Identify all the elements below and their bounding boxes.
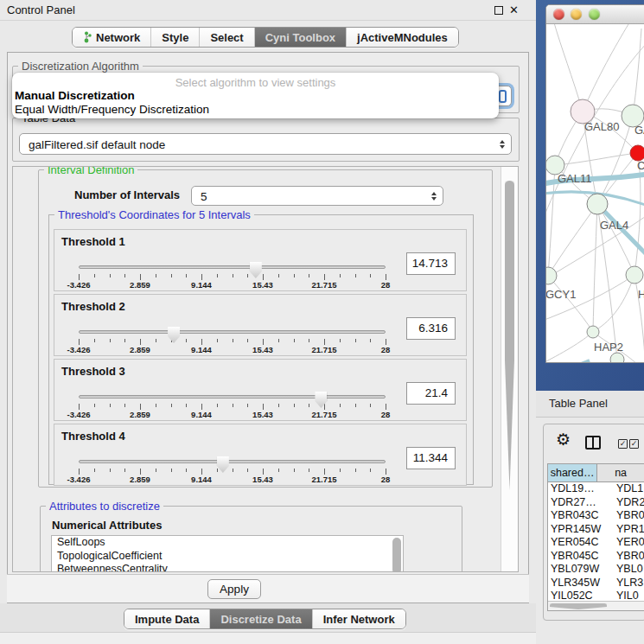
table-cell[interactable]: YDL1 (612, 482, 643, 496)
slider-track[interactable] (79, 460, 386, 463)
table-row[interactable]: YBL079WYBL0 (548, 563, 644, 577)
network-edge[interactable] (633, 29, 641, 116)
columns-icon[interactable] (585, 436, 601, 450)
scrollbar-thumb[interactable] (550, 603, 607, 609)
table-cell[interactable]: YIL052C (548, 590, 612, 601)
table-cell[interactable]: YDR27… (548, 496, 612, 510)
list-item[interactable]: BetweennessCentrality (52, 563, 403, 572)
node-label: GAL80 (584, 120, 619, 133)
slider-tick-labels: -3.4262.8599.14415.4321.71528 (79, 475, 386, 484)
control-panel-titlebar: Control Panel ✕ (0, 0, 536, 21)
dropdown-option-equal-width[interactable]: Equal Width/Frequency Discretization (15, 103, 209, 116)
table-cell[interactable]: YDR2 (612, 496, 644, 510)
table-panel-title: Table Panel (549, 397, 608, 410)
list-item[interactable]: SelfLoops (52, 536, 403, 550)
table-row[interactable]: YDR27…YDR2 (548, 496, 644, 510)
network-node[interactable] (610, 353, 624, 363)
float-icon[interactable] (494, 6, 503, 15)
network-edge[interactable] (548, 204, 597, 276)
table-cell[interactable]: YLR3 (612, 577, 643, 590)
zoom-traffic-light-icon[interactable] (589, 9, 600, 20)
network-edge[interactable] (548, 276, 593, 332)
network-node[interactable] (546, 267, 557, 284)
slider-track[interactable] (79, 395, 386, 399)
table-cell[interactable]: YBR0 (612, 550, 644, 564)
table-cell[interactable]: YBL079W (548, 563, 612, 577)
threshold-value-field[interactable]: 21.4 (406, 382, 456, 405)
slider-track[interactable] (79, 265, 386, 269)
panel-vertical-scrollbar[interactable] (501, 167, 518, 571)
table-row[interactable]: YER054CYER0 (548, 536, 644, 550)
number-of-intervals-combobox[interactable]: 5 (191, 186, 443, 206)
select-all-checkbox-icon[interactable]: ✓ (629, 439, 639, 449)
slider-tick-labels: -3.4262.8599.14415.4321.71528 (79, 345, 386, 354)
numerical-attributes-list[interactable]: SelfLoopsTopologicalCoefficientBetweenne… (51, 535, 404, 572)
tab-cyni-toolbox[interactable]: Cyni Toolbox (254, 28, 346, 47)
network-window-titlebar (546, 5, 644, 24)
number-of-intervals-label: Number of Intervals (74, 188, 180, 201)
network-node[interactable] (626, 266, 643, 284)
scrollbar-thumb[interactable] (505, 181, 514, 490)
algorithm-dropdown-popup: Select algorithm to view settings Manual… (12, 73, 499, 118)
threshold-value-field[interactable]: 6.316 (406, 317, 456, 340)
close-icon[interactable]: ✕ (509, 3, 519, 16)
table-cell[interactable]: YBR045C (548, 550, 612, 564)
tab-select[interactable]: Select (199, 28, 253, 47)
network-view-window[interactable]: GAL80GACGAL11GAL4GCY1HHAP2 (545, 4, 644, 363)
column-header-shared[interactable]: shared… (548, 464, 597, 481)
table-cell[interactable]: YBR0 (612, 509, 644, 523)
table-cell[interactable]: YBL0 (612, 563, 643, 577)
network-node[interactable] (587, 326, 599, 338)
network-edge[interactable] (555, 153, 638, 165)
cytoscape-desktop: GAL80GACGAL11GAL4GCY1HHAP2 (536, 0, 644, 391)
table-cell[interactable]: YLR345W (548, 577, 612, 590)
table-row[interactable]: YDL19…YDL1 (548, 482, 644, 496)
network-edge[interactable] (553, 24, 583, 112)
table-row[interactable]: YIL052CYIL0 (548, 590, 644, 601)
list-scrollbar-thumb[interactable] (392, 538, 401, 572)
tab-discretize-data[interactable]: Discretize Data (209, 609, 311, 628)
dropdown-option-manual[interactable]: Manual Discretization (15, 89, 135, 102)
table-row[interactable]: YLR345WYLR3 (548, 577, 644, 590)
table-data-combobox[interactable]: galFiltered.sif default node (19, 133, 512, 155)
settings-gear-icon[interactable]: ⚙ (556, 431, 571, 448)
table-cell[interactable]: YDL19… (548, 482, 612, 496)
table-cell[interactable]: YBR043C (548, 509, 612, 523)
screen: Control Panel ✕ Network Style Select Cyn… (0, 0, 644, 644)
table-row[interactable]: YPR145WYPR1 (548, 523, 644, 537)
network-canvas[interactable]: GAL80GACGAL11GAL4GCY1HHAP2 (546, 24, 644, 363)
table-row[interactable]: YBR043CYBR0 (548, 509, 644, 523)
tab-impute-data[interactable]: Impute Data (124, 609, 209, 628)
table-panel-titlebar: Table Panel (536, 391, 644, 418)
threshold-value-field[interactable]: 14.713 (406, 252, 456, 275)
network-edge[interactable] (546, 332, 593, 363)
select-all-checkbox-icon[interactable]: ✓ (618, 439, 628, 449)
network-node[interactable] (587, 194, 608, 214)
column-header-name[interactable]: na (597, 464, 644, 481)
threshold-box: Threshold 3 -3.4262.8599.14415.4321.7152… (54, 359, 467, 421)
group-legend: Interval Definition (44, 166, 137, 176)
status-strip (0, 632, 536, 644)
minimize-traffic-light-icon[interactable] (571, 9, 582, 20)
table-cell[interactable]: YPR1 (612, 523, 644, 537)
table-cell[interactable]: YER054C (548, 536, 612, 550)
tab-label: Select (210, 31, 243, 44)
network-edge[interactable] (593, 275, 634, 332)
table-row[interactable]: YBR045CYBR0 (548, 550, 644, 564)
threshold-value-field[interactable]: 11.344 (406, 447, 456, 469)
table-cell[interactable]: YPR145W (548, 523, 612, 537)
table-cell[interactable]: YIL0 (612, 590, 639, 601)
apply-button[interactable]: Apply (207, 579, 261, 599)
tab-style[interactable]: Style (150, 28, 199, 47)
close-traffic-light-icon[interactable] (553, 9, 564, 20)
network-edge-highlighted[interactable] (546, 360, 590, 363)
table-horizontal-scrollbar[interactable] (548, 601, 644, 610)
table-cell[interactable]: YER0 (612, 536, 644, 550)
node-label: H (638, 288, 644, 301)
tab-infer-network[interactable]: Infer Network (312, 609, 405, 628)
network-edge[interactable] (593, 204, 597, 332)
tab-network[interactable]: Network (73, 28, 150, 47)
tab-jactivemnodules[interactable]: jActiveMNodules (346, 28, 458, 47)
list-item[interactable]: TopologicalCoefficient (52, 550, 403, 564)
slider-track[interactable] (79, 330, 386, 334)
